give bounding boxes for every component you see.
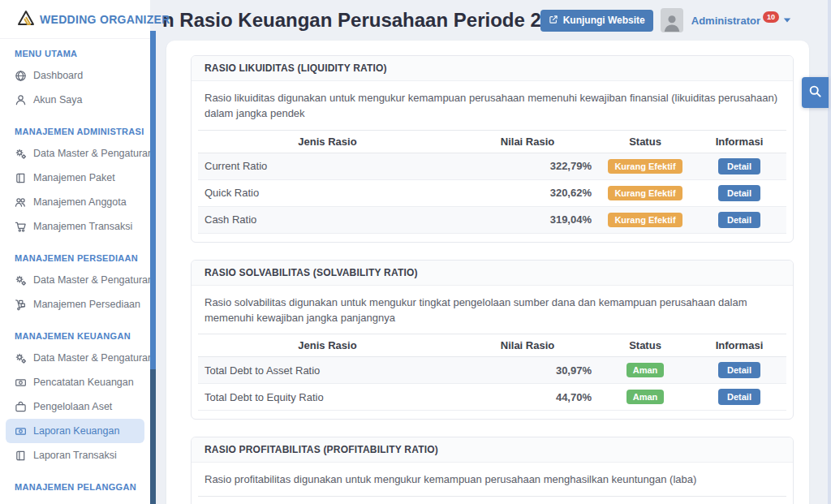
column-header-informasi: Informasi bbox=[692, 130, 786, 153]
users-icon bbox=[15, 196, 27, 209]
sidebar-section-manajemen-administrasi: MANAJEMEN ADMINISTRASI bbox=[15, 125, 136, 138]
sidebar-item-manajemen-anggota[interactable]: Manajemen Anggota bbox=[6, 190, 144, 214]
sidebar-item-data-master-persediaan[interactable]: Data Master & Pengaturan bbox=[6, 268, 144, 292]
search-icon bbox=[808, 84, 822, 101]
sidebar-item-data-master-keuangan[interactable]: Data Master & Pengaturan bbox=[6, 346, 144, 370]
card-description: Rasio profitabilitas digunakan untuk men… bbox=[192, 463, 793, 496]
card-title: RASIO SOLVABILITAS (SOLVABILITY RATIO) bbox=[192, 261, 793, 286]
book-icon bbox=[15, 450, 27, 462]
card-rasio-solvabilitas: RASIO SOLVABILITAS (SOLVABILITY RATIO) R… bbox=[191, 260, 794, 420]
sidebar-item-manajemen-paket[interactable]: Manajemen Paket bbox=[6, 166, 144, 190]
status-badge: Kurang Efektif bbox=[608, 186, 682, 200]
column-header-nilai-rasio: Nilai Rasio bbox=[563, 497, 693, 504]
page-scrollbar[interactable] bbox=[828, 0, 831, 504]
detail-button[interactable]: Detail bbox=[718, 158, 760, 174]
wallet-icon bbox=[15, 401, 27, 413]
column-header-status: Status bbox=[598, 334, 692, 357]
ratio-value: 319,04% bbox=[457, 206, 598, 233]
user-menu-toggle[interactable]: Administrator bbox=[691, 15, 760, 27]
detail-button[interactable]: Detail bbox=[718, 389, 760, 405]
status-badge: Aman bbox=[626, 390, 665, 404]
sidebar-item-pencatatan-keuangan[interactable]: Pencatatan Keuangan bbox=[6, 370, 144, 394]
card-title: RASIO PROFITABILITAS (PROFITABILITY RATI… bbox=[192, 437, 793, 463]
external-link-icon bbox=[549, 15, 558, 27]
card-title: RASIO LIKUIDITAS (LIQUIDITY RATIO) bbox=[192, 56, 793, 81]
sidebar-item-dashboard[interactable]: Dashboard bbox=[6, 63, 144, 88]
detail-button[interactable]: Detail bbox=[718, 362, 760, 378]
ratio-name: Cash Ratio bbox=[198, 206, 457, 233]
column-header-jenis-rasio: Jenis Rasio bbox=[198, 130, 457, 153]
sidebar-item-manajemen-persediaan[interactable]: Manajemen Persediaan bbox=[6, 292, 144, 317]
table-row: Cash Ratio 319,04% Kurang Efektif Detail bbox=[198, 206, 786, 233]
card-description: Rasio likuiditas digunakan untuk menguku… bbox=[192, 81, 793, 130]
visit-website-button[interactable]: Kunjungi Website bbox=[540, 10, 653, 32]
column-header-jenis-rasio: Jenis Rasio bbox=[198, 334, 457, 357]
chevron-down-icon[interactable] bbox=[783, 12, 791, 27]
search-toggle-button[interactable] bbox=[802, 77, 829, 108]
card-rasio-likuiditas: RASIO LIKUIDITAS (LIQUIDITY RATIO) Rasio… bbox=[191, 55, 794, 243]
topbar: n Rasio Keuangan Perusahaan Periode 2024… bbox=[156, 0, 831, 41]
wedding-organizer-logo-icon bbox=[16, 8, 36, 31]
table-row: Current Ratio 322,79% Kurang Efektif Det… bbox=[198, 153, 786, 179]
dolly-boxes-icon bbox=[15, 299, 27, 311]
sidebar: WEDDING ORGANIZER MENU UTAMA Dashboard A… bbox=[0, 0, 150, 504]
sidebar-item-akun-saya[interactable]: Akun Saya bbox=[6, 88, 144, 112]
status-badge: Kurang Efektif bbox=[608, 213, 682, 227]
content-panel: RASIO LIKUIDITAS (LIQUIDITY RATIO) Rasio… bbox=[166, 41, 809, 504]
page-title: n Rasio Keuangan Perusahaan Periode 2024 bbox=[162, 9, 540, 32]
globe-icon bbox=[15, 70, 27, 82]
notification-count-badge: 10 bbox=[763, 11, 779, 23]
card-description: Rasio solvabilitas digunakan untuk mengu… bbox=[192, 286, 793, 334]
column-header-status: Status bbox=[598, 130, 692, 153]
sidebar-item-laporan-keuangan[interactable]: Laporan Keuangan bbox=[6, 419, 144, 443]
cart-icon bbox=[15, 221, 27, 233]
ratio-name: Current Ratio bbox=[198, 153, 457, 179]
main-area: n Rasio Keuangan Perusahaan Periode 2024… bbox=[156, 0, 831, 504]
status-badge: Aman bbox=[626, 363, 665, 377]
sidebar-scrollbar-track[interactable] bbox=[150, 369, 156, 504]
sidebar-item-laporan-transaksi[interactable]: Laporan Transaksi bbox=[6, 443, 144, 467]
column-header-jenis-rasio: Jenis Rasio bbox=[198, 497, 563, 504]
column-header-informasi: Informasi bbox=[692, 497, 786, 504]
sidebar-item-manajemen-transaksi[interactable]: Manajemen Transaksi bbox=[6, 214, 144, 239]
sidebar-section-manajemen-persediaan: MANAJEMEN PERSEDIAAN bbox=[15, 252, 136, 265]
ratio-name: Total Debt to Asset Ratio bbox=[198, 357, 457, 384]
book-icon bbox=[15, 172, 27, 184]
ratio-value: 320,62% bbox=[457, 179, 598, 206]
cogs-icon bbox=[15, 352, 27, 364]
column-header-nilai-rasio: Nilai Rasio bbox=[457, 334, 598, 357]
sidebar-scrollbar[interactable] bbox=[150, 31, 156, 504]
table-row: Total Debt to Asset Ratio 30,97% Aman De… bbox=[198, 357, 786, 384]
sidebar-nav: MENU UTAMA Dashboard Akun Saya MANAJEMEN… bbox=[0, 39, 150, 493]
cogs-icon bbox=[15, 148, 27, 160]
money-bill-icon bbox=[15, 377, 27, 389]
ratio-value: 44,70% bbox=[457, 384, 598, 411]
table-row: Total Debt to Equity Ratio 44,70% Aman D… bbox=[198, 384, 786, 411]
sidebar-scrollbar-thumb[interactable] bbox=[150, 31, 156, 369]
ratio-name: Quick Ratio bbox=[198, 179, 457, 206]
ratio-value: 30,97% bbox=[457, 357, 598, 384]
status-badge: Kurang Efektif bbox=[608, 159, 682, 174]
user-avatar[interactable] bbox=[661, 8, 683, 32]
brand-name: WEDDING ORGANIZER bbox=[40, 13, 170, 26]
column-header-nilai-rasio: Nilai Rasio bbox=[457, 130, 598, 153]
detail-button[interactable]: Detail bbox=[718, 212, 760, 228]
app-screen: WEDDING ORGANIZER MENU UTAMA Dashboard A… bbox=[0, 0, 831, 504]
detail-button[interactable]: Detail bbox=[718, 185, 760, 201]
sidebar-section-menu-utama: MENU UTAMA bbox=[15, 47, 136, 60]
profitability-ratio-table: Jenis Rasio Nilai Rasio Informasi Gross … bbox=[198, 496, 786, 504]
sidebar-section-manajemen-pelanggan: MANAJEMEN PELANGGAN bbox=[15, 480, 136, 493]
card-rasio-profitabilitas: RASIO PROFITABILITAS (PROFITABILITY RATI… bbox=[191, 437, 794, 504]
user-icon bbox=[15, 94, 27, 106]
column-header-informasi: Informasi bbox=[692, 334, 786, 357]
ratio-value: 322,79% bbox=[457, 153, 598, 179]
ratio-name: Total Debt to Equity Ratio bbox=[198, 384, 457, 411]
sidebar-item-data-master-administrasi[interactable]: Data Master & Pengaturan bbox=[6, 141, 144, 166]
topbar-right: Kunjungi Website Administrator 10 bbox=[540, 8, 791, 32]
cogs-icon bbox=[15, 274, 27, 286]
brand-logo[interactable]: WEDDING ORGANIZER bbox=[0, 0, 150, 39]
sidebar-item-pengelolaan-aset[interactable]: Pengelolaan Aset bbox=[6, 394, 144, 419]
liquidity-ratio-table: Jenis Rasio Nilai Rasio Status Informasi… bbox=[198, 130, 786, 234]
money-bill-icon bbox=[15, 425, 27, 437]
sidebar-section-manajemen-keuangan: MANAJEMEN KEUANGAN bbox=[15, 330, 136, 342]
